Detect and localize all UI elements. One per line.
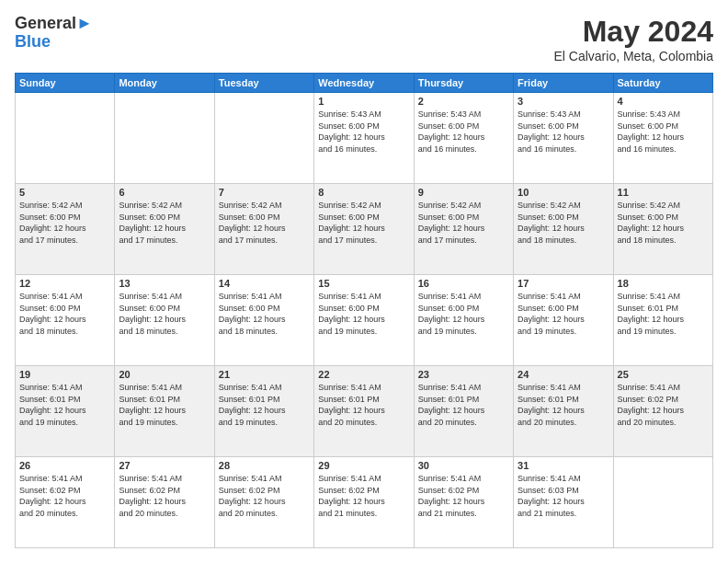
day-number: 18 bbox=[618, 278, 709, 289]
day-number: 10 bbox=[518, 187, 609, 198]
day-info: Sunrise: 5:41 AM Sunset: 6:02 PM Dayligh… bbox=[219, 473, 310, 519]
day-info: Sunrise: 5:41 AM Sunset: 6:02 PM Dayligh… bbox=[119, 473, 210, 519]
day-number: 16 bbox=[418, 278, 509, 289]
table-row: 24Sunrise: 5:41 AM Sunset: 6:01 PM Dayli… bbox=[514, 366, 613, 457]
calendar-week-row: 5Sunrise: 5:42 AM Sunset: 6:00 PM Daylig… bbox=[16, 184, 713, 275]
day-number: 2 bbox=[418, 96, 509, 107]
day-info: Sunrise: 5:42 AM Sunset: 6:00 PM Dayligh… bbox=[618, 200, 709, 246]
day-number: 6 bbox=[119, 187, 210, 198]
day-info: Sunrise: 5:41 AM Sunset: 6:03 PM Dayligh… bbox=[518, 473, 609, 519]
day-info: Sunrise: 5:41 AM Sunset: 6:00 PM Dayligh… bbox=[418, 291, 509, 337]
day-number: 17 bbox=[518, 278, 609, 289]
day-info: Sunrise: 5:41 AM Sunset: 6:02 PM Dayligh… bbox=[418, 473, 509, 519]
page: General► Blue May 2024 El Calvario, Meta… bbox=[0, 0, 728, 563]
col-monday: Monday bbox=[115, 74, 214, 93]
table-row: 28Sunrise: 5:41 AM Sunset: 6:02 PM Dayli… bbox=[214, 457, 313, 548]
day-info: Sunrise: 5:41 AM Sunset: 6:01 PM Dayligh… bbox=[119, 382, 210, 428]
logo-blue: Blue bbox=[15, 33, 93, 52]
day-info: Sunrise: 5:42 AM Sunset: 6:00 PM Dayligh… bbox=[219, 200, 310, 246]
table-row: 17Sunrise: 5:41 AM Sunset: 6:00 PM Dayli… bbox=[514, 275, 613, 366]
table-row: 9Sunrise: 5:42 AM Sunset: 6:00 PM Daylig… bbox=[414, 184, 513, 275]
day-info: Sunrise: 5:41 AM Sunset: 6:00 PM Dayligh… bbox=[318, 291, 409, 337]
day-number: 19 bbox=[19, 369, 110, 380]
col-thursday: Thursday bbox=[414, 74, 513, 93]
table-row bbox=[613, 457, 712, 548]
col-tuesday: Tuesday bbox=[214, 74, 313, 93]
calendar-week-row: 12Sunrise: 5:41 AM Sunset: 6:00 PM Dayli… bbox=[16, 275, 713, 366]
day-info: Sunrise: 5:42 AM Sunset: 6:00 PM Dayligh… bbox=[418, 200, 509, 246]
day-number: 13 bbox=[119, 278, 210, 289]
table-row: 27Sunrise: 5:41 AM Sunset: 6:02 PM Dayli… bbox=[115, 457, 214, 548]
day-info: Sunrise: 5:41 AM Sunset: 6:02 PM Dayligh… bbox=[19, 473, 110, 519]
table-row bbox=[115, 93, 214, 184]
day-number: 5 bbox=[19, 187, 110, 198]
day-info: Sunrise: 5:42 AM Sunset: 6:00 PM Dayligh… bbox=[19, 200, 110, 246]
table-row: 11Sunrise: 5:42 AM Sunset: 6:00 PM Dayli… bbox=[613, 184, 712, 275]
calendar-week-row: 19Sunrise: 5:41 AM Sunset: 6:01 PM Dayli… bbox=[16, 366, 713, 457]
day-info: Sunrise: 5:42 AM Sunset: 6:00 PM Dayligh… bbox=[119, 200, 210, 246]
logo-general: General bbox=[15, 14, 76, 32]
calendar-week-row: 1Sunrise: 5:43 AM Sunset: 6:00 PM Daylig… bbox=[16, 93, 713, 184]
day-info: Sunrise: 5:43 AM Sunset: 6:00 PM Dayligh… bbox=[418, 109, 509, 155]
day-info: Sunrise: 5:41 AM Sunset: 6:01 PM Dayligh… bbox=[219, 382, 310, 428]
day-info: Sunrise: 5:41 AM Sunset: 6:02 PM Dayligh… bbox=[318, 473, 409, 519]
table-row: 23Sunrise: 5:41 AM Sunset: 6:01 PM Dayli… bbox=[414, 366, 513, 457]
calendar-header-row: Sunday Monday Tuesday Wednesday Thursday… bbox=[16, 74, 713, 93]
table-row: 8Sunrise: 5:42 AM Sunset: 6:00 PM Daylig… bbox=[314, 184, 414, 275]
day-number: 7 bbox=[219, 187, 310, 198]
table-row: 29Sunrise: 5:41 AM Sunset: 6:02 PM Dayli… bbox=[314, 457, 414, 548]
table-row: 4Sunrise: 5:43 AM Sunset: 6:00 PM Daylig… bbox=[613, 93, 712, 184]
calendar-week-row: 26Sunrise: 5:41 AM Sunset: 6:02 PM Dayli… bbox=[16, 457, 713, 548]
col-wednesday: Wednesday bbox=[314, 74, 414, 93]
table-row: 21Sunrise: 5:41 AM Sunset: 6:01 PM Dayli… bbox=[214, 366, 313, 457]
calendar-title: May 2024 bbox=[553, 15, 713, 49]
logo: General► Blue bbox=[15, 15, 93, 52]
day-number: 20 bbox=[119, 369, 210, 380]
day-info: Sunrise: 5:41 AM Sunset: 6:01 PM Dayligh… bbox=[518, 382, 609, 428]
col-saturday: Saturday bbox=[613, 74, 712, 93]
table-row: 6Sunrise: 5:42 AM Sunset: 6:00 PM Daylig… bbox=[115, 184, 214, 275]
table-row: 10Sunrise: 5:42 AM Sunset: 6:00 PM Dayli… bbox=[514, 184, 613, 275]
header: General► Blue May 2024 El Calvario, Meta… bbox=[15, 15, 713, 63]
table-row: 3Sunrise: 5:43 AM Sunset: 6:00 PM Daylig… bbox=[514, 93, 613, 184]
day-number: 1 bbox=[318, 96, 409, 107]
table-row: 14Sunrise: 5:41 AM Sunset: 6:00 PM Dayli… bbox=[214, 275, 313, 366]
day-info: Sunrise: 5:42 AM Sunset: 6:00 PM Dayligh… bbox=[518, 200, 609, 246]
table-row bbox=[16, 93, 115, 184]
table-row bbox=[214, 93, 313, 184]
day-info: Sunrise: 5:41 AM Sunset: 6:01 PM Dayligh… bbox=[418, 382, 509, 428]
day-info: Sunrise: 5:41 AM Sunset: 6:01 PM Dayligh… bbox=[19, 382, 110, 428]
day-number: 12 bbox=[19, 278, 110, 289]
calendar-table: Sunday Monday Tuesday Wednesday Thursday… bbox=[15, 73, 713, 548]
day-info: Sunrise: 5:41 AM Sunset: 6:00 PM Dayligh… bbox=[19, 291, 110, 337]
title-block: May 2024 El Calvario, Meta, Colombia bbox=[553, 15, 713, 63]
day-number: 21 bbox=[219, 369, 310, 380]
calendar-subtitle: El Calvario, Meta, Colombia bbox=[553, 49, 713, 63]
logo-icon-triangle: ► bbox=[76, 14, 93, 32]
day-number: 28 bbox=[219, 460, 310, 471]
day-info: Sunrise: 5:41 AM Sunset: 6:01 PM Dayligh… bbox=[618, 291, 709, 337]
day-number: 24 bbox=[518, 369, 609, 380]
day-info: Sunrise: 5:41 AM Sunset: 6:00 PM Dayligh… bbox=[119, 291, 210, 337]
day-number: 22 bbox=[318, 369, 409, 380]
col-sunday: Sunday bbox=[16, 74, 115, 93]
day-number: 30 bbox=[418, 460, 509, 471]
day-number: 23 bbox=[418, 369, 509, 380]
table-row: 2Sunrise: 5:43 AM Sunset: 6:00 PM Daylig… bbox=[414, 93, 513, 184]
day-number: 31 bbox=[518, 460, 609, 471]
table-row: 1Sunrise: 5:43 AM Sunset: 6:00 PM Daylig… bbox=[314, 93, 414, 184]
table-row: 13Sunrise: 5:41 AM Sunset: 6:00 PM Dayli… bbox=[115, 275, 214, 366]
day-number: 14 bbox=[219, 278, 310, 289]
day-number: 9 bbox=[418, 187, 509, 198]
col-friday: Friday bbox=[514, 74, 613, 93]
day-info: Sunrise: 5:43 AM Sunset: 6:00 PM Dayligh… bbox=[318, 109, 409, 155]
day-info: Sunrise: 5:43 AM Sunset: 6:00 PM Dayligh… bbox=[518, 109, 609, 155]
table-row: 5Sunrise: 5:42 AM Sunset: 6:00 PM Daylig… bbox=[16, 184, 115, 275]
table-row: 25Sunrise: 5:41 AM Sunset: 6:02 PM Dayli… bbox=[613, 366, 712, 457]
table-row: 22Sunrise: 5:41 AM Sunset: 6:01 PM Dayli… bbox=[314, 366, 414, 457]
day-info: Sunrise: 5:42 AM Sunset: 6:00 PM Dayligh… bbox=[318, 200, 409, 246]
day-info: Sunrise: 5:41 AM Sunset: 6:00 PM Dayligh… bbox=[219, 291, 310, 337]
table-row: 7Sunrise: 5:42 AM Sunset: 6:00 PM Daylig… bbox=[214, 184, 313, 275]
table-row: 30Sunrise: 5:41 AM Sunset: 6:02 PM Dayli… bbox=[414, 457, 513, 548]
table-row: 12Sunrise: 5:41 AM Sunset: 6:00 PM Dayli… bbox=[16, 275, 115, 366]
